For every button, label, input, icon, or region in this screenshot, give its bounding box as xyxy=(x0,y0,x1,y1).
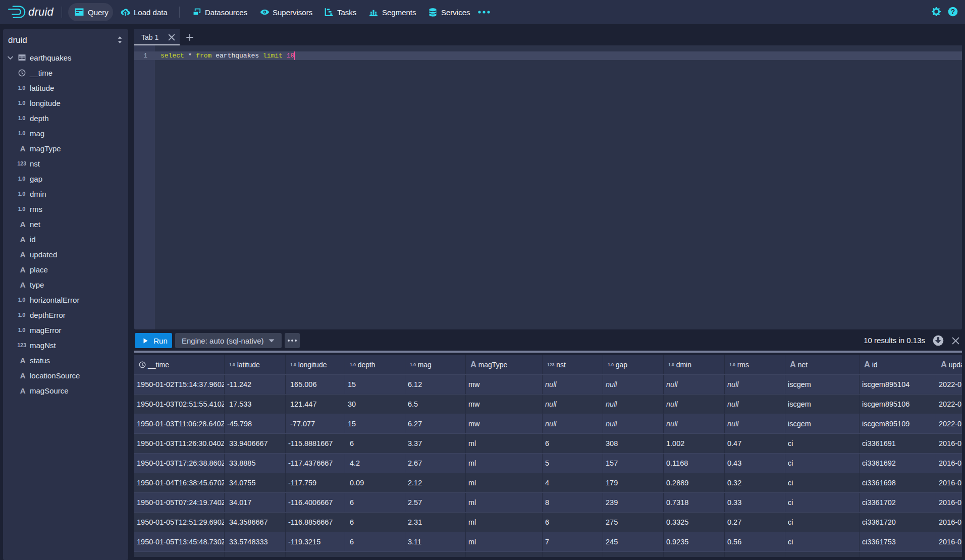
svg-text:?: ? xyxy=(951,8,955,16)
